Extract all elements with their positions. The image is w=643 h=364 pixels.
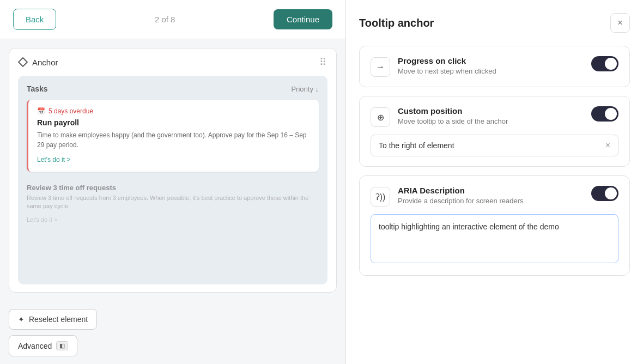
setting-title-aria_description: ARIA Description bbox=[398, 186, 584, 195]
task-name: Run payroll bbox=[37, 118, 310, 127]
toggle-aria_description[interactable] bbox=[591, 186, 618, 201]
panel-title: Tooltip anchor bbox=[359, 17, 434, 29]
setting-info-progress_on_click: Progress on click Move to next step when… bbox=[398, 56, 584, 75]
move-icon-symbol: ⊕ bbox=[377, 112, 384, 123]
inactive-task-card: Review 3 time off requests Review 3 time… bbox=[27, 178, 319, 229]
back-button[interactable]: Back bbox=[13, 9, 56, 30]
anchor-section: Anchor ⠿ Tasks Priority ↓ 📅 5 days overd… bbox=[9, 48, 337, 293]
position-dropdown[interactable]: To the right of element × bbox=[371, 135, 618, 156]
task-list-header: Tasks Priority ↓ bbox=[27, 84, 319, 93]
arrow-right-icon: → bbox=[371, 57, 390, 77]
setting-row: → Progress on click Move to next step wh… bbox=[371, 56, 618, 77]
anchor-dots-icon: ⠿ bbox=[319, 56, 327, 68]
accessibility-icon: ʔ)) bbox=[371, 187, 390, 207]
inactive-task-title: Review 3 time off requests bbox=[27, 184, 319, 192]
toggle-progress_on_click[interactable] bbox=[591, 56, 618, 71]
anchor-title: Anchor bbox=[18, 57, 58, 67]
active-task-card: 📅 5 days overdue Run payroll Time to mak… bbox=[27, 100, 319, 172]
reselect-icon: ✦ bbox=[18, 315, 25, 324]
inactive-task-link: Let's do it > bbox=[27, 216, 57, 223]
setting-card-aria_description: ʔ)) ARIA Description Provide a descripti… bbox=[359, 175, 630, 276]
setting-row: ⊕ Custom position Move tooltip to a side… bbox=[371, 106, 618, 127]
setting-info-custom_position: Custom position Move tooltip to a side o… bbox=[398, 106, 584, 125]
position-value: To the right of element bbox=[379, 141, 454, 150]
step-indicator: 2 of 8 bbox=[155, 15, 175, 24]
top-nav: Back 2 of 8 Continue bbox=[0, 0, 345, 39]
setting-desc-aria_description: Provide a description for screen readers bbox=[398, 197, 584, 205]
continue-button[interactable]: Continue bbox=[274, 9, 332, 29]
advanced-button[interactable]: Advanced ◧ bbox=[9, 335, 77, 356]
bottom-buttons: ✦ Reselect element Advanced ◧ bbox=[0, 301, 345, 364]
left-panel: Back 2 of 8 Continue Anchor ⠿ Tasks Prio… bbox=[0, 0, 346, 364]
accessibility-icon-symbol: ʔ)) bbox=[375, 192, 386, 202]
setting-row: ʔ)) ARIA Description Provide a descripti… bbox=[371, 186, 618, 207]
task-list-title: Tasks bbox=[27, 84, 48, 93]
advanced-label: Advanced bbox=[18, 342, 52, 350]
task-card-area: Tasks Priority ↓ 📅 5 days overdue Run pa… bbox=[18, 76, 327, 284]
move-icon: ⊕ bbox=[371, 107, 390, 127]
anchor-label: Anchor bbox=[32, 58, 58, 67]
right-panel-header: Tooltip anchor × bbox=[359, 13, 630, 33]
setting-card-progress_on_click: → Progress on click Move to next step wh… bbox=[359, 46, 630, 87]
setting-info-aria_description: ARIA Description Provide a description f… bbox=[398, 186, 584, 205]
reselect-button[interactable]: ✦ Reselect element bbox=[9, 309, 97, 330]
advanced-kbd: ◧ bbox=[56, 341, 68, 350]
svg-marker-0 bbox=[19, 58, 27, 66]
calendar-icon: 📅 bbox=[37, 107, 45, 115]
right-panel: Tooltip anchor × → Progress on click Mov… bbox=[346, 0, 643, 364]
arrow-right-icon-symbol: → bbox=[376, 62, 385, 72]
task-link[interactable]: Let's do it > bbox=[37, 156, 70, 163]
anchor-icon bbox=[18, 57, 28, 67]
toggle-custom_position[interactable] bbox=[591, 106, 618, 122]
setting-desc-custom_position: Move tooltip to a side of the anchor bbox=[398, 117, 584, 125]
inactive-task-desc: Review 3 time off requests from 3 employ… bbox=[27, 194, 319, 211]
setting-title-custom_position: Custom position bbox=[398, 106, 584, 116]
priority-label: Priority ↓ bbox=[291, 85, 319, 93]
aria-textarea[interactable]: tooltip highlighting an interactive elem… bbox=[371, 214, 618, 263]
task-description: Time to make employees happy (and the go… bbox=[37, 130, 310, 150]
position-clear-icon[interactable]: × bbox=[605, 141, 610, 150]
setting-title-progress_on_click: Progress on click bbox=[398, 56, 584, 65]
reselect-label: Reselect element bbox=[29, 315, 88, 324]
settings-container: → Progress on click Move to next step wh… bbox=[359, 46, 630, 284]
anchor-header: Anchor ⠿ bbox=[18, 56, 327, 68]
close-button[interactable]: × bbox=[610, 13, 630, 33]
task-overdue-badge: 📅 5 days overdue bbox=[37, 107, 310, 115]
setting-card-custom_position: ⊕ Custom position Move tooltip to a side… bbox=[359, 96, 630, 167]
setting-desc-progress_on_click: Move to next step when clicked bbox=[398, 67, 584, 75]
